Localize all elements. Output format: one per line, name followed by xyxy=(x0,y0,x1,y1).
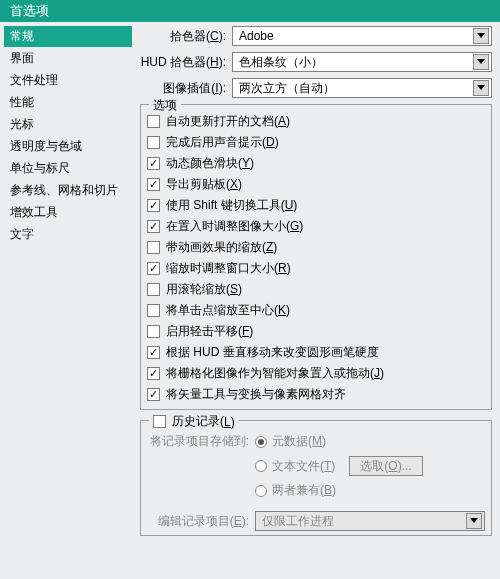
options-legend: 选项 xyxy=(149,97,181,114)
color-picker-value: Adobe xyxy=(239,29,473,43)
hud-picker-value: 色相条纹（小） xyxy=(239,54,473,71)
interpolation-value: 两次立方（自动） xyxy=(239,80,473,97)
color-picker-label: 拾色器(C): xyxy=(140,28,232,45)
sidebar-item-4[interactable]: 光标 xyxy=(4,114,132,135)
option-checkbox-13[interactable] xyxy=(147,388,160,401)
history-radio-label-1: 文本文件(T) xyxy=(272,458,335,475)
option-label-6: 带动画效果的缩放(Z) xyxy=(166,239,277,256)
option-label-12: 将栅格化图像作为智能对象置入或拖动(J) xyxy=(166,365,384,382)
sidebar-item-7[interactable]: 参考线、网格和切片 xyxy=(4,180,132,201)
option-label-9: 将单击点缩放至中心(K) xyxy=(166,302,290,319)
history-radio-2[interactable] xyxy=(255,485,267,497)
history-radio-row-2: 两者兼有(B) xyxy=(255,482,485,499)
option-checkbox-12[interactable] xyxy=(147,367,160,380)
history-edit-value: 仅限工作进程 xyxy=(262,513,466,530)
option-label-11: 根据 HUD 垂直移动来改变圆形画笔硬度 xyxy=(166,344,379,361)
option-label-4: 使用 Shift 键切换工具(U) xyxy=(166,197,297,214)
option-label-2: 动态颜色滑块(Y) xyxy=(166,155,254,172)
category-sidebar: 常规界面文件处理性能光标透明度与色域单位与标尺参考线、网格和切片增效工具文字 xyxy=(0,22,136,579)
chevron-down-icon xyxy=(473,80,489,96)
option-checkbox-11[interactable] xyxy=(147,346,160,359)
option-row-6: 带动画效果的缩放(Z) xyxy=(147,237,489,258)
option-row-13: 将矢量工具与变换与像素网格对齐 xyxy=(147,384,489,405)
interpolation-row: 图像插值(I): 两次立方（自动） xyxy=(140,78,492,98)
history-choose-button[interactable]: 选取(O)... xyxy=(349,456,422,476)
window-title: 首选项 xyxy=(10,2,49,20)
history-radio-group: 元数据(M)文本文件(T)选取(O)...两者兼有(B) xyxy=(255,433,485,505)
option-label-13: 将矢量工具与变换与像素网格对齐 xyxy=(166,386,346,403)
color-picker-row: 拾色器(C): Adobe xyxy=(140,26,492,46)
sidebar-item-5[interactable]: 透明度与色域 xyxy=(4,136,132,157)
option-checkbox-6[interactable] xyxy=(147,241,160,254)
option-row-5: 在置入时调整图像大小(G) xyxy=(147,216,489,237)
history-saveto-label: 将记录项目存储到: xyxy=(147,433,255,505)
option-checkbox-9[interactable] xyxy=(147,304,160,317)
window-titlebar: 首选项 xyxy=(0,0,500,22)
history-enable-checkbox[interactable] xyxy=(153,415,166,428)
option-checkbox-10[interactable] xyxy=(147,325,160,338)
svg-marker-2 xyxy=(477,85,485,90)
interpolation-dropdown[interactable]: 两次立方（自动） xyxy=(232,78,492,98)
history-edit-dropdown[interactable]: 仅限工作进程 xyxy=(255,511,485,531)
sidebar-item-1[interactable]: 界面 xyxy=(4,48,132,69)
option-checkbox-0[interactable] xyxy=(147,115,160,128)
sidebar-item-2[interactable]: 文件处理 xyxy=(4,70,132,91)
svg-marker-0 xyxy=(477,33,485,38)
option-checkbox-5[interactable] xyxy=(147,220,160,233)
options-fieldset: 选项 自动更新打开的文档(A)完成后用声音提示(D)动态颜色滑块(Y)导出剪贴板… xyxy=(140,104,492,410)
svg-marker-1 xyxy=(477,59,485,64)
main-layout: 常规界面文件处理性能光标透明度与色域单位与标尺参考线、网格和切片增效工具文字 拾… xyxy=(0,22,500,579)
option-row-8: 用滚轮缩放(S) xyxy=(147,279,489,300)
history-legend: 历史记录(L) xyxy=(149,413,239,430)
option-checkbox-1[interactable] xyxy=(147,136,160,149)
sidebar-item-8[interactable]: 增效工具 xyxy=(4,202,132,223)
option-checkbox-4[interactable] xyxy=(147,199,160,212)
history-radio-0[interactable] xyxy=(255,436,267,448)
interpolation-label: 图像插值(I): xyxy=(140,80,232,97)
content-pane: 拾色器(C): Adobe HUD 拾色器(H): 色相条纹（小） xyxy=(136,22,500,579)
option-checkbox-8[interactable] xyxy=(147,283,160,296)
option-row-12: 将栅格化图像作为智能对象置入或拖动(J) xyxy=(147,363,489,384)
sidebar-item-3[interactable]: 性能 xyxy=(4,92,132,113)
hud-picker-dropdown[interactable]: 色相条纹（小） xyxy=(232,52,492,72)
history-fieldset: 历史记录(L) 将记录项目存储到: 元数据(M)文本文件(T)选取(O)...两… xyxy=(140,420,492,536)
sidebar-item-0[interactable]: 常规 xyxy=(4,26,132,47)
option-row-4: 使用 Shift 键切换工具(U) xyxy=(147,195,489,216)
sidebar-item-9[interactable]: 文字 xyxy=(4,224,132,245)
option-checkbox-7[interactable] xyxy=(147,262,160,275)
history-radio-label-0: 元数据(M) xyxy=(272,433,326,450)
option-checkbox-3[interactable] xyxy=(147,178,160,191)
option-label-3: 导出剪贴板(X) xyxy=(166,176,242,193)
option-label-10: 启用轻击平移(F) xyxy=(166,323,253,340)
history-radio-row-0: 元数据(M) xyxy=(255,433,485,450)
history-radio-row-1: 文本文件(T)选取(O)... xyxy=(255,456,485,476)
option-row-1: 完成后用声音提示(D) xyxy=(147,132,489,153)
sidebar-item-6[interactable]: 单位与标尺 xyxy=(4,158,132,179)
option-label-1: 完成后用声音提示(D) xyxy=(166,134,279,151)
options-list: 自动更新打开的文档(A)完成后用声音提示(D)动态颜色滑块(Y)导出剪贴板(X)… xyxy=(147,111,489,405)
option-row-11: 根据 HUD 垂直移动来改变圆形画笔硬度 xyxy=(147,342,489,363)
option-row-7: 缩放时调整窗口大小(R) xyxy=(147,258,489,279)
option-row-2: 动态颜色滑块(Y) xyxy=(147,153,489,174)
option-row-0: 自动更新打开的文档(A) xyxy=(147,111,489,132)
option-row-9: 将单击点缩放至中心(K) xyxy=(147,300,489,321)
option-label-0: 自动更新打开的文档(A) xyxy=(166,113,290,130)
chevron-down-icon xyxy=(473,28,489,44)
option-row-3: 导出剪贴板(X) xyxy=(147,174,489,195)
chevron-down-icon xyxy=(466,513,482,529)
option-label-8: 用滚轮缩放(S) xyxy=(166,281,242,298)
chevron-down-icon xyxy=(473,54,489,70)
history-radio-1[interactable] xyxy=(255,460,267,472)
option-row-10: 启用轻击平移(F) xyxy=(147,321,489,342)
option-label-7: 缩放时调整窗口大小(R) xyxy=(166,260,291,277)
svg-marker-3 xyxy=(470,518,478,523)
hud-picker-label: HUD 拾色器(H): xyxy=(140,54,232,71)
history-edit-label: 编辑记录项目(E): xyxy=(147,513,255,530)
history-radio-label-2: 两者兼有(B) xyxy=(272,482,336,499)
color-picker-dropdown[interactable]: Adobe xyxy=(232,26,492,46)
option-checkbox-2[interactable] xyxy=(147,157,160,170)
option-label-5: 在置入时调整图像大小(G) xyxy=(166,218,303,235)
hud-picker-row: HUD 拾色器(H): 色相条纹（小） xyxy=(140,52,492,72)
